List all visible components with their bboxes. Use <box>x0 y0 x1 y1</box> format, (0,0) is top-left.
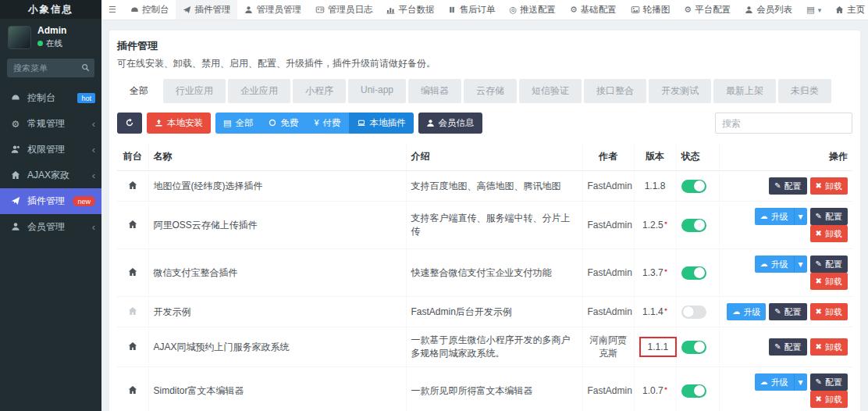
plugin-intro: 一款所见即所得富文本编辑器 <box>406 367 582 411</box>
upgrade-dropdown-caret[interactable]: ▾ <box>794 256 807 273</box>
member-info-button[interactable]: 会员信息 <box>418 113 482 134</box>
search-icon[interactable] <box>81 63 90 73</box>
pencil-icon: ✎ <box>816 378 822 386</box>
plugin-intro: 一款基于原生微信小程序开发的多商户多规格同城家政系统。 <box>406 327 582 367</box>
paper-plane-icon <box>9 196 22 206</box>
uninstall-button[interactable]: ✖卸载 <box>810 273 848 290</box>
tab-cloud-storage[interactable]: 云存储 <box>464 79 517 103</box>
cloud-icon: ☁ <box>732 308 740 316</box>
nav-tab-plugins[interactable]: 插件管理 <box>176 0 237 20</box>
tab-api[interactable]: 接口整合 <box>584 79 646 103</box>
configure-button[interactable]: ✎配置 <box>769 338 806 356</box>
sidebar-item-plugins[interactable]: 插件管理 new <box>0 188 101 214</box>
status-toggle[interactable] <box>681 306 706 319</box>
status-toggle[interactable] <box>681 384 706 398</box>
tab-enterprise[interactable]: 企业应用 <box>228 79 290 103</box>
home-icon[interactable] <box>128 341 137 352</box>
uninstall-label: 卸载 <box>825 394 842 406</box>
sidebar-item-general[interactable]: ⚙ 常规管理 ‹ <box>0 111 101 137</box>
nav-tab-platform-data[interactable]: 平台数据 <box>379 0 441 20</box>
uninstall-button[interactable]: ✖卸载 <box>810 177 848 195</box>
tab-newest[interactable]: 最新上架 <box>713 79 776 103</box>
sidebar-item-label: 插件管理 <box>27 195 73 208</box>
tab-miniprogram[interactable]: 小程序 <box>293 79 346 103</box>
home-link[interactable]: 主页 <box>828 0 868 20</box>
upgrade-dropdown-caret[interactable]: ▾ <box>794 208 807 225</box>
uninstall-label: 卸载 <box>825 341 842 353</box>
col-version: 版本 <box>634 143 676 171</box>
configure-button[interactable]: ✎配置 <box>769 177 806 195</box>
status-toggle[interactable] <box>681 180 706 193</box>
pencil-icon: ✎ <box>816 213 822 220</box>
sidebar-item-members[interactable]: 会员管理 ‹ <box>0 214 101 240</box>
tab-all[interactable]: 全部 <box>117 79 161 103</box>
sidebar-item-auth[interactable]: 权限管理 ‹ <box>0 137 101 163</box>
home-icon[interactable] <box>128 180 137 191</box>
upgrade-button[interactable]: ☁升级 <box>755 256 794 273</box>
uninstall-button[interactable]: ✖卸载 <box>810 225 848 242</box>
upgrade-label: 升级 <box>771 377 788 388</box>
filter-local-button[interactable]: 本地插件 <box>349 113 414 134</box>
filter-paid-button[interactable]: ¥付费 <box>306 113 348 134</box>
status-toggle[interactable] <box>681 219 706 232</box>
filter-all-button[interactable]: ▤全部 <box>215 113 261 134</box>
nav-tab-dashboard[interactable]: 控制台 <box>123 0 176 20</box>
configure-button[interactable]: ✎配置 <box>810 373 848 391</box>
nav-tab-push-config[interactable]: ◎推送配置 <box>502 0 563 20</box>
sidebar-item-ajax-housekeeping[interactable]: AJAX家政 ‹ <box>0 163 101 188</box>
tab-editor[interactable]: 编辑器 <box>408 79 461 103</box>
nav-tab-member-list[interactable]: 会员列表 <box>738 0 799 20</box>
page-subtitle: 可在线安装、卸载、禁用、启用、配置、升级插件，插件升级前请做好备份。 <box>117 57 852 70</box>
upgrade-button[interactable]: ☁升级 <box>727 303 766 320</box>
plugin-author: 河南阿贾克斯 <box>582 327 634 367</box>
local-install-button[interactable]: 本地安装 <box>147 113 211 134</box>
nav-tab-basic-config[interactable]: ⚙基础配置 <box>563 0 624 20</box>
status-toggle[interactable] <box>681 266 706 280</box>
configure-button[interactable]: ✎配置 <box>810 256 848 273</box>
home-icon[interactable] <box>128 385 137 396</box>
nav-tab-platform-config[interactable]: ⚙平台配置 <box>677 0 738 20</box>
configure-label: 配置 <box>784 341 802 353</box>
nav-tab-label: 控制台 <box>142 4 169 16</box>
col-intro: 介绍 <box>406 143 582 171</box>
nav-tab-after-sale-orders[interactable]: 售后订单 <box>441 0 502 20</box>
nav-tab-carousel[interactable]: 轮播图 <box>624 0 678 20</box>
table-row: 微信支付宝整合插件 快速整合微信支付宝企业支付功能 FastAdmin 1.3.… <box>117 249 852 297</box>
tab-dev-test[interactable]: 开发测试 <box>649 79 711 103</box>
list-icon: ▤ <box>223 119 231 127</box>
tab-sms[interactable]: 短信验证 <box>519 79 582 103</box>
uninstall-button[interactable]: ✖卸载 <box>810 303 848 320</box>
upgrade-button[interactable]: ☁升级 <box>755 208 794 225</box>
home-icon[interactable] <box>128 267 137 278</box>
nav-list-dropdown[interactable]: ▤▾ <box>799 0 828 20</box>
upgrade-dropdown-caret[interactable]: ▾ <box>794 373 807 391</box>
home-icon <box>9 170 22 180</box>
sidebar: 小象信息 Admin 在线 控制台 hot ⚙ 常规管理 ‹ 权限管理 ‹ <box>0 0 101 411</box>
pencil-icon: ✎ <box>774 308 781 316</box>
plugin-name: 阿里OSS云存储上传插件 <box>148 202 406 249</box>
avatar[interactable] <box>8 26 31 49</box>
configure-label: 配置 <box>784 306 802 318</box>
nav-tab-label: 管理员管理 <box>256 4 301 16</box>
home-icon[interactable] <box>128 306 137 317</box>
status-toggle[interactable] <box>681 341 706 354</box>
configure-button[interactable]: ✎配置 <box>810 208 848 225</box>
nav-tab-label: 管理员日志 <box>328 4 373 16</box>
filter-free-button[interactable]: 免费 <box>261 113 306 134</box>
cloud-icon: ☁ <box>760 260 768 268</box>
uninstall-button[interactable]: ✖卸载 <box>810 338 848 356</box>
configure-button[interactable]: ✎配置 <box>769 303 806 320</box>
tab-uncategorized[interactable]: 未归类 <box>778 79 831 103</box>
nav-tab-admin-manage[interactable]: 管理员管理 <box>237 0 308 20</box>
upgrade-button[interactable]: ☁升级 <box>755 373 794 391</box>
nav-tab-label: 售后订单 <box>459 4 495 16</box>
table-search-input[interactable] <box>715 113 852 134</box>
sidebar-toggle-button[interactable]: ☰ <box>101 0 123 20</box>
tab-uniapp[interactable]: Uni-app <box>348 79 406 103</box>
refresh-button[interactable] <box>117 113 142 134</box>
uninstall-button[interactable]: ✖卸载 <box>810 391 848 408</box>
tab-industry[interactable]: 行业应用 <box>163 79 226 103</box>
home-icon[interactable] <box>128 220 137 231</box>
nav-tab-admin-log[interactable]: 管理员日志 <box>308 0 380 20</box>
sidebar-item-dashboard[interactable]: 控制台 hot <box>0 85 101 111</box>
